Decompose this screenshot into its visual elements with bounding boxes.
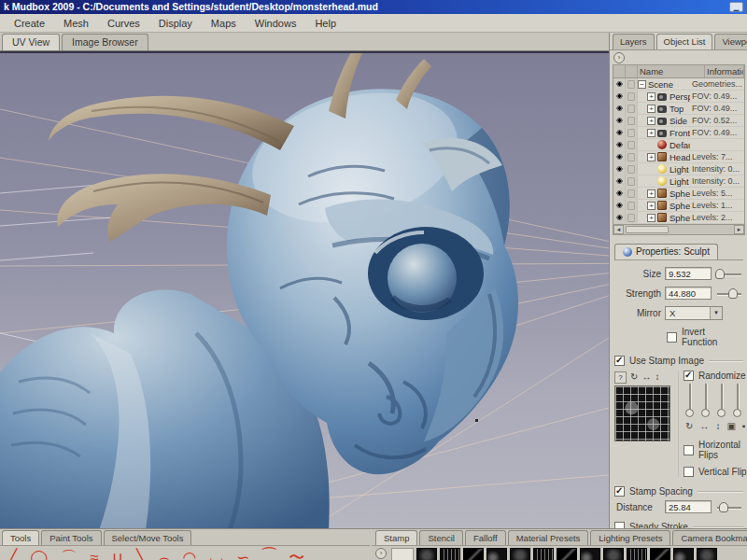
lock-cell[interactable] xyxy=(626,103,638,114)
stamp-thumbnail[interactable] xyxy=(416,548,437,560)
randomize-rotate-icon[interactable]: ↻ xyxy=(685,421,693,432)
object-list-scrollbar[interactable]: ◂ ▸ xyxy=(613,224,744,234)
title-bar[interactable]: k Mudbox 2009 - C:/Documents and Setting… xyxy=(0,0,747,14)
flatten-tool-icon[interactable]: ∪ xyxy=(112,549,123,560)
randomize-stamp-icon[interactable]: ▣ xyxy=(726,421,735,432)
tab-tools[interactable]: Tools xyxy=(2,530,39,545)
slider-thumb[interactable] xyxy=(733,409,741,417)
size-field[interactable]: 9.532 xyxy=(665,267,712,280)
spray-tool-icon[interactable]: ⌢ xyxy=(159,549,169,560)
stamp-hflip-icon[interactable]: ↔ xyxy=(641,371,651,383)
tree-expander-icon[interactable]: + xyxy=(647,129,655,137)
randomize-checkbox[interactable] xyxy=(684,371,694,381)
tab-lighting-presets[interactable]: Lighting Presets xyxy=(590,530,670,545)
object-row[interactable]: −SceneGeometries... xyxy=(613,78,744,91)
lock-cell[interactable] xyxy=(626,200,638,211)
stamp-thumbnail[interactable] xyxy=(650,548,670,560)
vertical-flips-checkbox[interactable] xyxy=(684,467,694,477)
information-column-header[interactable]: Information xyxy=(705,65,744,77)
lock-cell[interactable] xyxy=(626,175,638,187)
object-row[interactable]: Default xyxy=(613,139,744,151)
stamp-thumbnail[interactable] xyxy=(486,548,507,560)
scroll-left-icon[interactable]: ◂ xyxy=(613,225,624,234)
lock-cell[interactable] xyxy=(626,163,638,175)
sculpt-tool-icon[interactable]: ╱ xyxy=(7,549,17,560)
tab-falloff[interactable]: Falloff xyxy=(465,530,506,545)
tab-stencil[interactable]: Stencil xyxy=(419,530,463,545)
smooth-tool-icon[interactable]: ◯ xyxy=(30,549,48,560)
visibility-cell[interactable] xyxy=(613,188,626,199)
visibility-cell[interactable] xyxy=(613,115,626,126)
tab-camera-bookmarks[interactable]: Camera Bookmarks xyxy=(672,530,747,545)
stamp-thumbnail[interactable] xyxy=(533,548,554,560)
stamp-thumbnail[interactable] xyxy=(627,548,647,560)
tab-layers[interactable]: Layers xyxy=(613,34,655,49)
randomize-slider[interactable] xyxy=(685,384,694,417)
tree-expander-icon[interactable]: + xyxy=(647,214,655,222)
randomize-vflip-icon[interactable]: ↕ xyxy=(715,421,720,432)
object-row[interactable]: +FrontFOV: 0.49... xyxy=(613,127,744,139)
stamp-thumbnail[interactable] xyxy=(557,548,577,560)
mirror-dropdown[interactable]: X ▾ xyxy=(665,306,723,320)
tab-uv-view[interactable]: UV View xyxy=(2,34,60,50)
stamp-thumbnail[interactable] xyxy=(440,548,460,560)
tab-image-browser[interactable]: Image Browser xyxy=(62,34,148,50)
panel-expander-button[interactable]: › xyxy=(613,52,625,63)
tab-properties-sculpt[interactable]: Properties: Sculpt xyxy=(614,244,718,259)
slider-thumb[interactable] xyxy=(717,409,726,417)
grab-tool-icon[interactable]: ⌒ xyxy=(61,549,77,560)
visibility-cell[interactable] xyxy=(613,200,626,211)
menu-item-curves[interactable]: Curves xyxy=(99,16,148,31)
tab-material-presets[interactable]: Material Presets xyxy=(508,530,589,545)
menu-item-mesh[interactable]: Mesh xyxy=(55,16,97,31)
tree-expander-icon[interactable]: + xyxy=(647,92,655,101)
randomize-slider[interactable] xyxy=(733,384,741,417)
stamp-help-button[interactable]: ? xyxy=(614,371,627,384)
scrape-tool-icon[interactable]: ⁀ xyxy=(262,549,275,560)
scroll-right-icon[interactable]: ▸ xyxy=(734,225,744,234)
stamp-thumbnail[interactable] xyxy=(510,548,530,560)
visibility-cell[interactable] xyxy=(613,91,626,102)
randomize-hflip-icon[interactable]: ↔ xyxy=(699,421,709,432)
menu-item-help[interactable]: Help xyxy=(306,16,345,31)
pinch-tool-icon[interactable]: ≈ xyxy=(90,549,98,560)
object-row[interactable]: Light 02...Intensity: 0... xyxy=(613,175,744,188)
tree-expander-icon[interactable]: + xyxy=(647,189,655,198)
object-row[interactable]: +Sphere_1Levels: 2... xyxy=(613,212,744,224)
object-row[interactable]: +TopFOV: 0.49... xyxy=(613,103,744,115)
visibility-cell[interactable] xyxy=(613,163,626,175)
chevron-down-icon[interactable]: ▾ xyxy=(710,307,722,319)
stamp-thumbnail[interactable] xyxy=(673,548,694,560)
scrollbar-thumb[interactable] xyxy=(626,226,669,233)
name-column-header[interactable]: Name xyxy=(638,65,705,77)
visibility-cell[interactable] xyxy=(613,127,626,138)
lock-cell[interactable] xyxy=(626,115,638,126)
wax-tool-icon[interactable]: ∽ xyxy=(236,549,249,560)
menu-item-display[interactable]: Display xyxy=(150,16,201,31)
foamy-tool-icon[interactable]: ╲ xyxy=(136,549,146,560)
menu-item-create[interactable]: Create xyxy=(6,16,53,31)
tree-expander-icon[interactable]: + xyxy=(647,153,655,161)
lock-cell[interactable] xyxy=(626,78,638,90)
stamp-thumbnail[interactable] xyxy=(580,548,600,560)
lock-cell[interactable] xyxy=(626,139,638,150)
visibility-cell[interactable] xyxy=(613,212,626,223)
repeat-tool-icon[interactable]: ◠ xyxy=(183,549,197,560)
tab-paint-tools[interactable]: Paint Tools xyxy=(41,530,101,545)
stamp-image-preview[interactable] xyxy=(614,385,670,441)
tree-expander-icon[interactable]: − xyxy=(638,80,646,89)
tab-object-list[interactable]: Object List xyxy=(656,34,713,49)
lock-cell[interactable] xyxy=(626,212,638,223)
object-row[interactable]: +HeadLevels: 7... xyxy=(613,151,744,163)
knife-tool-icon[interactable]: 〜 xyxy=(289,549,304,560)
viewport-3d[interactable] xyxy=(0,51,609,528)
minimize-button[interactable]: ▁ xyxy=(729,2,743,12)
stamp-thumbnail[interactable] xyxy=(603,548,624,560)
object-row[interactable]: +Sphere_1Levels: 1... xyxy=(613,200,744,212)
visibility-cell[interactable] xyxy=(613,78,626,90)
object-row[interactable]: +SphereLevels: 5... xyxy=(613,188,744,200)
lock-cell[interactable] xyxy=(626,127,638,138)
object-row[interactable]: +Perspec...FOV: 0.49... xyxy=(613,91,744,103)
tree-expander-icon[interactable]: + xyxy=(647,117,655,125)
empty-stamp-slot[interactable] xyxy=(391,548,414,560)
